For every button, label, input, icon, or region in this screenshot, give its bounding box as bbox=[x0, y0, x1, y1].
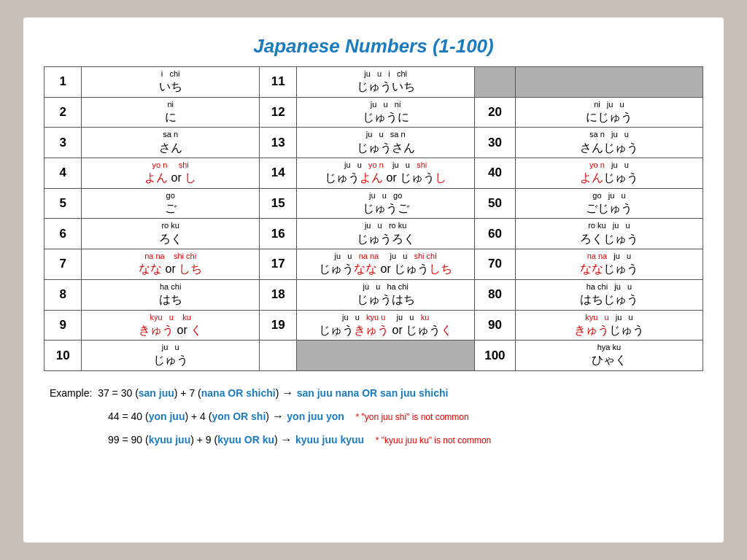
number-30: 30 bbox=[474, 128, 515, 158]
word-16: ju u ro ku じゅうろく bbox=[297, 219, 475, 249]
number-70: 70 bbox=[474, 249, 515, 280]
table-row: 10 ju u じゅう 100 hya ku ひゃく bbox=[44, 341, 703, 371]
word-100: hya ku ひゃく bbox=[515, 341, 703, 371]
word-9: kyu u ku きゅう or く bbox=[82, 310, 260, 341]
word-17: ju u na na ju u shi chi じゅうなな or じゅうしち bbox=[297, 249, 475, 280]
number-18: 18 bbox=[259, 279, 296, 310]
empty-20-word bbox=[515, 67, 703, 98]
word-20: ni ju u にじゅう bbox=[515, 97, 703, 128]
word-80: ha chi ju u はちじゅう bbox=[515, 279, 703, 310]
number-60: 60 bbox=[474, 219, 515, 249]
table-row: 8 ha chi はち 18 ju u ha chi じゅうはち 80 ha c… bbox=[44, 279, 703, 310]
word-50: go ju u ごじゅう bbox=[515, 188, 703, 219]
table-row: 5 go ご 15 ju u go じゅうご 50 go ju u ごじゅう bbox=[44, 188, 703, 219]
number-17: 17 bbox=[259, 249, 296, 280]
word-6: ro ku ろく bbox=[82, 219, 260, 249]
table-row: 6 ro ku ろく 16 ju u ro ku じゅうろく 60 ro ku … bbox=[44, 219, 703, 249]
word-12: ju u ni じゅうに bbox=[297, 97, 475, 128]
number-3: 3 bbox=[44, 128, 82, 158]
number-11: 11 bbox=[259, 67, 296, 98]
table-row: 2 ni に 12 ju u ni じゅうに 20 ni ju u にじゅう bbox=[44, 97, 703, 128]
number-6: 6 bbox=[44, 219, 82, 249]
word-14: ju u yo n ju u shi じゅうよん or じゅうし bbox=[297, 158, 475, 189]
word-2: ni に bbox=[82, 97, 260, 128]
number-4: 4 bbox=[44, 158, 82, 189]
number-19: 19 bbox=[259, 310, 296, 341]
number-9: 9 bbox=[44, 310, 82, 341]
word-70: na na ju u ななじゅう bbox=[515, 249, 703, 280]
table-row: 7 na na shi chi なな or しち 17 ju u na na j… bbox=[44, 249, 703, 280]
word-8: ha chi はち bbox=[82, 279, 260, 310]
number-10: 10 bbox=[44, 341, 82, 371]
empty-10-11 bbox=[259, 341, 296, 371]
number-7: 7 bbox=[44, 249, 82, 280]
word-3: sa n さん bbox=[82, 128, 260, 158]
word-4: yo n shi よん or し bbox=[82, 158, 260, 189]
number-2: 2 bbox=[44, 97, 82, 128]
number-20: 20 bbox=[474, 97, 515, 128]
word-10: ju u じゅう bbox=[82, 341, 260, 371]
table-row: 4 yo n shi よん or し 14 ju u yo n ju u shi… bbox=[44, 158, 703, 189]
number-12: 12 bbox=[259, 97, 296, 128]
word-18: ju u ha chi じゅうはち bbox=[297, 279, 475, 310]
word-1: i chi いち bbox=[82, 67, 260, 98]
word-13: ju u sa n じゅうさん bbox=[297, 128, 475, 158]
number-90: 90 bbox=[474, 310, 515, 341]
number-1: 1 bbox=[44, 67, 82, 98]
table-row: 1 i chi いち 11 ju u i chi じゅういち bbox=[44, 67, 703, 98]
number-100: 100 bbox=[474, 341, 515, 371]
number-14: 14 bbox=[259, 158, 296, 189]
numbers-table: 1 i chi いち 11 ju u i chi じゅういち 2 ni に 12 bbox=[44, 66, 703, 371]
empty-10-word bbox=[297, 341, 475, 371]
page-title: Japanese Numbers (1-100) bbox=[44, 35, 703, 58]
example-1: Example: 37 = 30 (san juu) + 7 (nana OR … bbox=[50, 381, 703, 405]
word-40: yo n ju u よんじゅう bbox=[515, 158, 703, 189]
number-15: 15 bbox=[259, 188, 296, 219]
number-16: 16 bbox=[259, 219, 296, 249]
empty-20-header bbox=[474, 67, 515, 98]
main-card: Japanese Numbers (1-100) 1 i chi いち 11 j… bbox=[23, 18, 724, 542]
example-3: 99 = 90 (kyuu juu) + 9 (kyuu OR ku) → ky… bbox=[50, 428, 703, 451]
number-80: 80 bbox=[474, 279, 515, 310]
examples-section: Example: 37 = 30 (san juu) + 7 (nana OR … bbox=[44, 381, 703, 451]
example-2: 44 = 40 (yon juu) + 4 (yon OR shi) → yon… bbox=[50, 405, 703, 428]
word-19: ju u kyu u ju u ku じゅうきゅう or じゅうく bbox=[297, 310, 475, 341]
word-60: ro ku ju u ろくじゅう bbox=[515, 219, 703, 249]
number-5: 5 bbox=[44, 188, 82, 219]
word-11: ju u i chi じゅういち bbox=[297, 67, 475, 98]
word-30: sa n ju u さんじゅう bbox=[515, 128, 703, 158]
word-5: go ご bbox=[82, 188, 260, 219]
number-8: 8 bbox=[44, 279, 82, 310]
word-90: kyu u ju u きゅうじゅう bbox=[515, 310, 703, 341]
table-row: 3 sa n さん 13 ju u sa n じゅうさん 30 sa n ju … bbox=[44, 128, 703, 158]
word-7: na na shi chi なな or しち bbox=[82, 249, 260, 280]
number-50: 50 bbox=[474, 188, 515, 219]
number-40: 40 bbox=[474, 158, 515, 189]
table-row: 9 kyu u ku きゅう or く 19 ju u kyu u ju u k… bbox=[44, 310, 703, 341]
number-13: 13 bbox=[259, 128, 296, 158]
word-15: ju u go じゅうご bbox=[297, 188, 475, 219]
